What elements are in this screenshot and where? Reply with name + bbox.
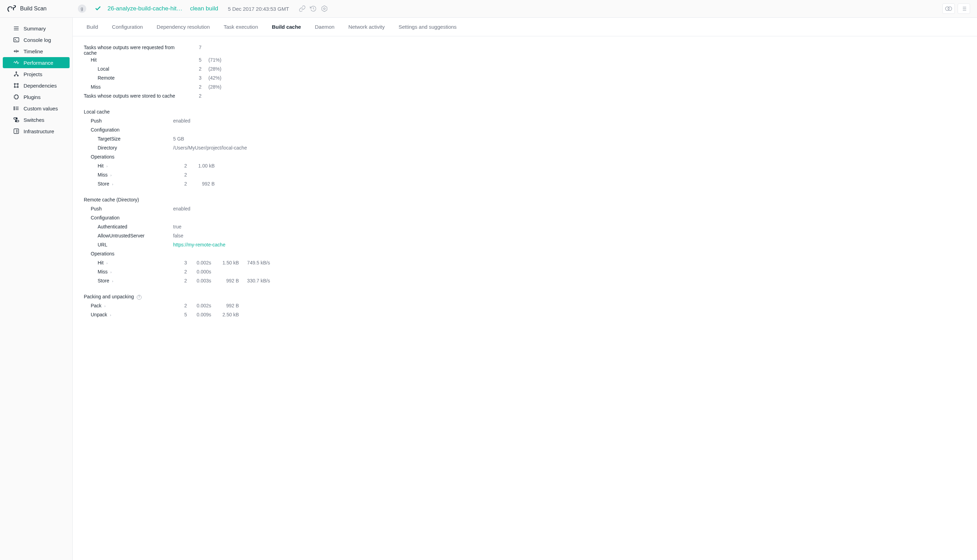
user-badge[interactable]: g [78,5,86,13]
sidebar-item-plugins[interactable]: Plugins [3,92,70,102]
remote-store-row[interactable]: Store›20.003s992 B330.7 kB/s [84,278,966,285]
svg-point-3 [948,7,952,11]
dependencies-icon [13,82,19,88]
tab-configuration[interactable]: Configuration [105,18,150,36]
tab-network-activity[interactable]: Network activity [341,18,392,36]
chevron-right-icon: › [104,304,106,308]
sidebar-item-label: Projects [23,71,42,77]
unpack-time: 0.009s [187,312,211,317]
remote-store-count: 2 [173,278,187,283]
sidebar-item-custom-values[interactable]: Custom values [3,103,70,114]
svg-point-1 [323,8,325,10]
local-miss-row[interactable]: Miss›2 [84,172,966,180]
infrastructure-icon [13,128,19,134]
sidebar-item-label: Summary [23,26,46,32]
remote-hit-time: 0.002s [187,260,211,265]
svg-point-27 [14,87,15,88]
svg-point-33 [14,107,15,107]
sidebar-item-projects[interactable]: Projects [3,68,70,80]
svg-point-26 [17,83,18,85]
remote-pct: (42%) [208,75,221,81]
pack-row[interactable]: Pack›20.002s992 B [84,303,966,310]
svg-point-19 [16,72,17,73]
svg-point-35 [14,108,15,109]
remote-miss-time: 0.000s [187,269,211,275]
local-hit-count: 2 [173,163,187,168]
sidebar-item-switches[interactable]: Switches [3,114,70,125]
sidebar-item-dependencies[interactable]: Dependencies [3,80,70,91]
tab-build-cache[interactable]: Build cache [265,18,308,36]
sidebar: Summary Console log Timeline Performance… [0,18,73,560]
local-store-row[interactable]: Store›2992 B [84,181,966,188]
svg-point-37 [14,109,15,110]
local-pct: (28%) [208,66,221,72]
tab-dependency-resolution[interactable]: Dependency resolution [150,18,217,36]
tab-task-execution[interactable]: Task execution [217,18,265,36]
pack-label: Pack [91,303,102,308]
miss-pct: (28%) [208,84,221,90]
sidebar-item-label: Performance [23,60,53,66]
svg-point-0 [12,8,13,8]
local-miss-label: Miss [98,172,108,178]
remote-count: 3 [188,75,202,81]
stored-label: Tasks whose outputs were stored to cache [84,93,188,98]
history-icon[interactable] [310,5,317,12]
link-icon[interactable] [299,5,306,12]
remote-store-size: 992 B [211,278,239,283]
app-title: Build Scan [20,5,47,12]
remote-store-label: Store [98,278,109,283]
requested-label: Tasks whose outputs were requested from … [84,45,188,56]
timeline-icon [13,48,19,54]
untrusted-value: false [173,233,183,238]
remote-hit-rate: 749.5 kB/s [239,260,270,265]
sidebar-item-performance[interactable]: Performance [3,57,70,68]
compare-button[interactable] [942,3,955,14]
remote-store-time: 0.003s [187,278,211,283]
build-subtitle[interactable]: clean build [190,5,218,12]
sidebar-item-timeline[interactable]: Timeline [3,46,70,57]
header: Build Scan g 26-analyze-build-cache-hit…… [0,0,977,18]
list-button[interactable] [958,3,970,14]
sidebar-item-summary[interactable]: Summary [3,23,70,34]
help-icon[interactable]: ? [137,295,142,300]
local-store-size: 992 B [187,181,215,187]
remote-hit-count: 3 [173,260,187,265]
build-timestamp: 5 Dec 2017 20:43:53 GMT [228,6,289,12]
local-label: Local [84,66,188,72]
svg-point-21 [17,75,18,76]
console-icon [13,37,19,43]
svg-point-28 [17,87,18,88]
chevron-right-icon: › [106,261,108,265]
target-size-label: TargetSize [84,136,173,142]
local-hit-row[interactable]: Hit›21.00 kB [84,163,966,171]
tab-settings[interactable]: Settings and suggestions [392,18,463,36]
auth-value: true [173,224,182,230]
remote-hit-row[interactable]: Hit›30.002s1.50 kB749.5 kB/s [84,260,966,268]
remote-ops-label: Operations [84,251,173,257]
packing-title: Packing and unpacking [84,294,134,299]
local-cache-title: Local cache [84,109,173,115]
unpack-row[interactable]: Unpack›50.009s2.50 kB [84,312,966,320]
svg-point-40 [16,118,17,119]
url-value[interactable]: https://my-remote-cache [173,242,225,247]
tab-build[interactable]: Build [80,18,105,36]
remote-label: Remote [84,75,188,81]
hit-pct: (71%) [208,57,221,63]
tab-daemon[interactable]: Daemon [308,18,341,36]
sidebar-item-label: Infrastructure [23,128,54,134]
project-name[interactable]: 26-analyze-build-cache-hit… [108,5,182,12]
sidebar-item-console[interactable]: Console log [3,34,70,45]
summary-icon [13,25,19,32]
tabs: Build Configuration Dependency resolutio… [73,18,977,36]
local-store-count: 2 [173,181,187,187]
chevron-right-icon: › [106,164,108,168]
hexagon-icon[interactable] [321,5,328,12]
sidebar-item-label: Custom values [23,105,58,112]
remote-miss-row[interactable]: Miss›20.000s [84,269,966,277]
remote-hit-label: Hit [98,260,103,265]
sidebar-item-infrastructure[interactable]: Infrastructure [3,126,70,137]
sidebar-item-label: Dependencies [23,83,57,88]
remote-cache-title: Remote cache (Directory) [84,197,173,202]
remote-push-value: enabled [173,206,190,212]
performance-icon [13,60,19,66]
